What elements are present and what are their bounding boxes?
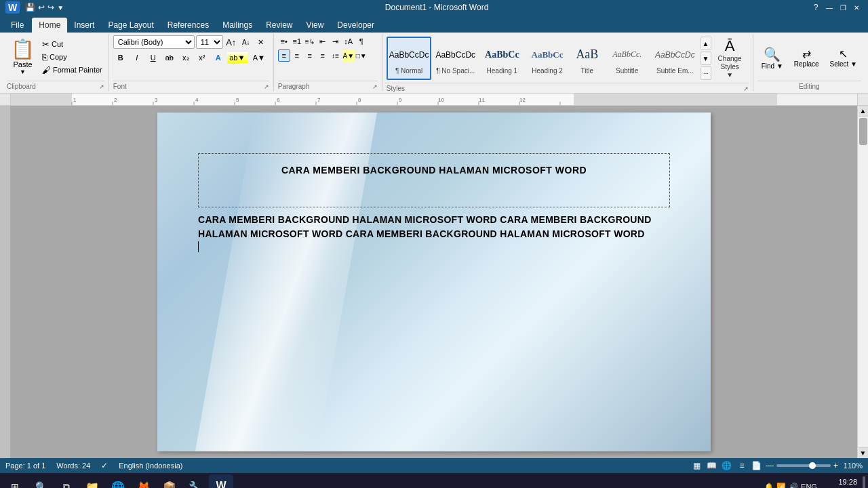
styles-expand-icon[interactable]: ↗ xyxy=(743,85,749,92)
style-heading2[interactable]: AaBbCc Heading 2 xyxy=(525,37,570,80)
styles-scroll-down[interactable]: ▼ xyxy=(701,52,711,65)
document-title[interactable]: CARA MEMBERI BACKGROUND HALAMAN MICROSOF… xyxy=(207,159,661,181)
minimize-button[interactable]: — xyxy=(823,2,835,13)
zoom-thumb[interactable] xyxy=(809,462,816,469)
edge-button[interactable]: 🌐 xyxy=(106,474,130,488)
line-spacing-button[interactable]: ↕≡ xyxy=(330,49,342,62)
borders-button[interactable]: □▼ xyxy=(355,49,368,62)
italic-button[interactable]: I xyxy=(130,51,144,64)
scroll-down-button[interactable]: ▼ xyxy=(859,447,868,458)
paste-button[interactable]: 📋 Paste ▼ xyxy=(7,38,39,77)
show-desktop-button[interactable] xyxy=(863,476,865,488)
document-body[interactable]: CARA MEMBERI BACKGROUND HALAMAN MICROSOF… xyxy=(198,213,670,241)
increase-font-icon[interactable]: A↑ xyxy=(224,36,238,48)
style-no-spacing[interactable]: AaBbCcDc ¶ No Spaci... xyxy=(431,37,479,80)
shading-button[interactable]: A▼ xyxy=(342,49,355,62)
select-button[interactable]: ↖ Select ▼ xyxy=(826,38,861,77)
subscript-button[interactable]: x₂ xyxy=(178,51,193,64)
increase-indent-button[interactable]: ⇥ xyxy=(330,35,342,47)
style-normal[interactable]: AaBbCcDc ¶ Normal xyxy=(387,37,432,80)
tab-view[interactable]: View xyxy=(300,18,331,33)
tab-insert[interactable]: Insert xyxy=(67,18,101,33)
language[interactable]: English (Indonesia) xyxy=(119,462,182,470)
start-button[interactable]: ⊞ xyxy=(3,474,27,488)
network-icon[interactable]: 📶 xyxy=(776,483,786,489)
format-painter-button[interactable]: 🖌 Format Painter xyxy=(40,64,104,76)
zoom-slider[interactable] xyxy=(776,464,831,467)
app-button-2[interactable]: 🔧 xyxy=(183,474,208,488)
firefox-button[interactable]: 🦊 xyxy=(132,474,156,488)
file-explorer-button[interactable]: 📁 xyxy=(80,474,104,488)
scroll-thumb[interactable] xyxy=(859,118,867,145)
change-styles-button[interactable]: Ā ChangeStyles ▼ xyxy=(711,35,749,81)
show-formatting-button[interactable]: ¶ xyxy=(355,35,368,47)
decrease-font-icon[interactable]: A↓ xyxy=(239,36,253,48)
replace-button[interactable]: ⇄ Replace xyxy=(790,38,823,77)
undo-icon[interactable]: ↩ xyxy=(38,3,45,12)
vertical-scrollbar[interactable]: ▲ ▼ xyxy=(857,106,868,458)
copy-button[interactable]: ⎘ Copy xyxy=(40,51,104,63)
close-button[interactable]: ✕ xyxy=(850,2,863,13)
style-heading1[interactable]: AaBbCc Heading 1 xyxy=(479,37,525,80)
tab-home[interactable]: Home xyxy=(32,18,67,33)
paragraph-expand-icon[interactable]: ↗ xyxy=(372,83,378,90)
justify-button[interactable]: ≡ xyxy=(317,49,329,62)
zoom-level[interactable]: 110% xyxy=(841,462,863,470)
font-expand-icon[interactable]: ↗ xyxy=(264,83,269,90)
find-button[interactable]: 🔍 Find ▼ xyxy=(757,38,787,77)
bold-button[interactable]: B xyxy=(113,51,128,64)
style-subtitle[interactable]: AaBbCc. Subtitle xyxy=(604,37,650,80)
redo-icon[interactable]: ↪ xyxy=(47,3,54,12)
font-name-select[interactable]: Calibri (Body) xyxy=(113,35,195,49)
volume-icon[interactable]: 🔊 xyxy=(789,483,798,489)
maximize-button[interactable]: ❐ xyxy=(837,2,849,13)
decrease-indent-button[interactable]: ⇤ xyxy=(317,35,329,47)
customize-icon[interactable]: ▼ xyxy=(57,4,64,12)
clear-format-icon[interactable]: ✕ xyxy=(254,36,268,48)
task-view-button[interactable]: ⧉ xyxy=(54,474,79,488)
strikethrough-button[interactable]: ab xyxy=(162,51,177,64)
sort-button[interactable]: ↕A xyxy=(342,35,355,47)
app-button-1[interactable]: 📦 xyxy=(157,474,182,488)
highlight-button[interactable]: ab▼ xyxy=(227,51,248,64)
paste-dropdown-icon[interactable]: ▼ xyxy=(20,68,26,75)
zoom-in-icon[interactable]: + xyxy=(833,461,838,470)
styles-more[interactable]: ⋯ xyxy=(701,66,711,80)
font-size-select[interactable]: 11 xyxy=(196,35,223,49)
align-center-button[interactable]: ≡ xyxy=(291,49,303,62)
print-layout-view[interactable]: ▦ xyxy=(691,460,703,472)
align-left-button[interactable]: ≡ xyxy=(278,49,290,62)
search-button[interactable]: 🔍 xyxy=(28,474,53,488)
styles-scroll-up[interactable]: ▲ xyxy=(701,37,711,50)
web-layout-view[interactable]: 🌐 xyxy=(721,460,733,472)
font-color-button[interactable]: A▼ xyxy=(249,51,269,64)
style-title[interactable]: AaB Title xyxy=(570,37,604,80)
word-taskbar-button[interactable]: W xyxy=(209,474,233,488)
numbering-button[interactable]: ≡1 xyxy=(291,35,303,47)
tab-file[interactable]: File xyxy=(3,18,32,33)
tab-mailings[interactable]: Mailings xyxy=(216,18,259,33)
underline-button[interactable]: U xyxy=(146,51,161,64)
save-icon[interactable]: 💾 xyxy=(25,3,35,12)
style-subtle-em[interactable]: AaBbCcDc Subtle Em... xyxy=(650,37,701,80)
document-scroll-area[interactable]: CARA MEMBERI BACKGROUND HALAMAN MICROSOF… xyxy=(11,106,857,458)
spell-check-icon[interactable]: ✓ xyxy=(101,461,108,470)
tab-page-layout[interactable]: Page Layout xyxy=(101,18,160,33)
superscript-button[interactable]: x² xyxy=(195,51,210,64)
bullets-button[interactable]: ≡• xyxy=(278,35,290,47)
help-icon[interactable]: ? xyxy=(810,2,822,13)
notification-icon[interactable]: 🔔 xyxy=(764,483,774,489)
tab-review[interactable]: Review xyxy=(259,18,299,33)
outline-view[interactable]: ≡ xyxy=(736,460,748,472)
align-right-button[interactable]: ≡ xyxy=(304,49,316,62)
text-effects-button[interactable]: A xyxy=(211,51,226,64)
clock[interactable]: 19:28 19/09/2018 xyxy=(820,477,857,488)
tab-developer[interactable]: Developer xyxy=(330,18,381,33)
full-reading-view[interactable]: 📖 xyxy=(706,460,718,472)
language-indicator[interactable]: ENG xyxy=(801,483,817,488)
multilevel-list-button[interactable]: ≡↳ xyxy=(304,35,316,47)
cut-button[interactable]: ✂ Cut xyxy=(40,38,104,50)
scroll-up-button[interactable]: ▲ xyxy=(859,106,868,117)
clipboard-expand-icon[interactable]: ↗ xyxy=(99,83,104,90)
tab-references[interactable]: References xyxy=(161,18,216,33)
